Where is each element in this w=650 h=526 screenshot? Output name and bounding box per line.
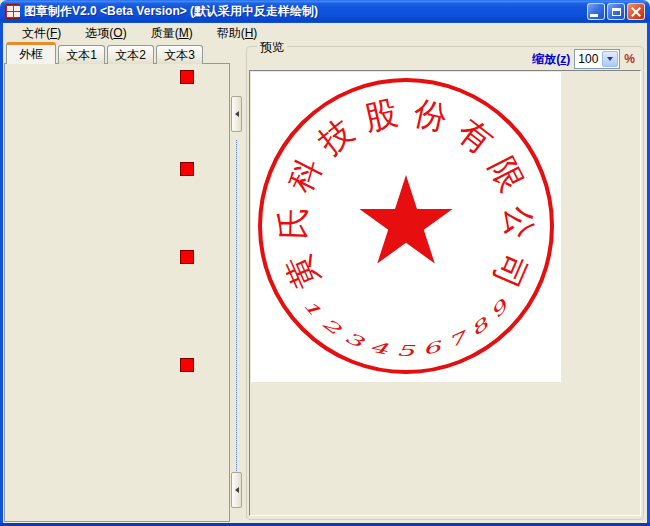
minimize-button[interactable] — [587, 3, 605, 20]
preview-group-title: 预览 — [257, 39, 287, 56]
zoom-select[interactable]: 100 — [574, 49, 620, 69]
center-frame-color-swatch[interactable] — [180, 358, 194, 372]
panel-splitter[interactable] — [230, 44, 244, 523]
zoom-label: 缩放(z) — [532, 51, 570, 68]
app-icon — [5, 4, 20, 19]
chevron-down-icon[interactable] — [602, 51, 618, 67]
border-line-color-swatch[interactable] — [180, 70, 194, 84]
tab-text1[interactable]: 文本1 — [58, 45, 105, 64]
splitter-collapse-button-top[interactable] — [231, 96, 242, 132]
window-title: 图章制作V2.0 <Beta Version> (默认采用中反走样绘制) — [24, 3, 587, 20]
preview-client-area: 黄氏科技股份有限公司 1 2 3 4 5 6 7 8 9 — [249, 70, 641, 516]
menu-quality[interactable]: 质量(M) — [142, 23, 202, 44]
splitter-collapse-button-bottom[interactable] — [231, 472, 242, 508]
symbol-color-swatch[interactable] — [180, 250, 194, 264]
inner-line-color-swatch[interactable] — [180, 162, 194, 176]
maximize-icon — [612, 8, 621, 16]
close-button[interactable] — [627, 3, 645, 20]
percent-label: % — [624, 52, 635, 66]
chevron-left-icon — [235, 111, 239, 117]
stamp-star-icon — [359, 175, 452, 264]
zoom-controls: 缩放(z) 100 % — [532, 49, 635, 69]
zoom-value: 100 — [578, 52, 598, 66]
splitter-dotted-line — [236, 140, 237, 475]
close-icon — [631, 7, 641, 17]
minimize-icon — [590, 14, 598, 17]
menu-options[interactable]: 选项(O) — [76, 23, 135, 44]
app-window: 图章制作V2.0 <Beta Version> (默认采用中反走样绘制) 文件(… — [0, 0, 650, 526]
window-border-left[interactable] — [0, 23, 3, 526]
tab-outer-frame[interactable]: 外框 — [6, 42, 56, 64]
tab-text3[interactable]: 文本3 — [156, 45, 203, 64]
outer-frame-tab-page — [4, 63, 230, 522]
stamp-preview: 黄氏科技股份有限公司 1 2 3 4 5 6 7 8 9 — [251, 72, 561, 382]
tab-text2[interactable]: 文本2 — [107, 45, 154, 64]
menu-file[interactable]: 文件(F) — [13, 23, 70, 44]
menu-bar: 文件(F) 选项(O) 质量(M) 帮助(H) — [3, 23, 647, 44]
stamp-canvas: 黄氏科技股份有限公司 1 2 3 4 5 6 7 8 9 — [251, 72, 561, 382]
preview-group: 预览 缩放(z) 100 % 黄氏科技股份有限公司 — [246, 46, 644, 520]
maximize-button[interactable] — [607, 3, 625, 20]
window-controls — [587, 3, 645, 20]
window-titlebar: 图章制作V2.0 <Beta Version> (默认采用中反走样绘制) — [0, 0, 650, 23]
chevron-left-icon — [235, 487, 239, 493]
